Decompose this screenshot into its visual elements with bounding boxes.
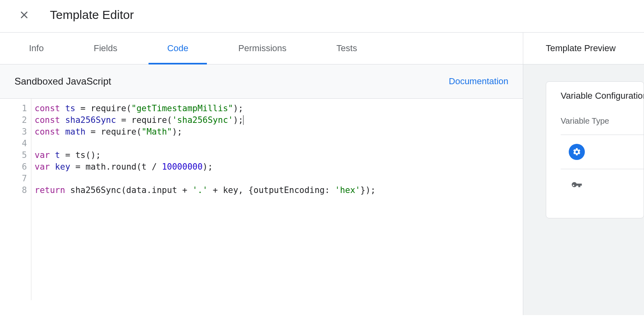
line-number: 1 <box>0 103 27 114</box>
card-title: Variable Configuration <box>561 91 644 101</box>
page-title: Template Editor <box>50 8 134 22</box>
tab-tests[interactable]: Tests <box>336 33 357 64</box>
line-number: 4 <box>0 138 27 149</box>
code-line[interactable] <box>35 173 376 185</box>
line-number: 5 <box>0 149 27 161</box>
credential-row[interactable] <box>561 169 644 203</box>
code-line[interactable]: var key = math.round(t / 10000000); <box>35 161 376 173</box>
gear-badge <box>569 144 585 160</box>
line-number: 3 <box>0 126 27 138</box>
key-icon-wrap <box>569 178 585 194</box>
section-title: Sandboxed JavaScript <box>14 76 111 87</box>
header: Template Editor <box>0 0 644 33</box>
tab-info[interactable]: Info <box>29 33 44 64</box>
gear-icon <box>572 147 581 156</box>
tabs: Info Fields Code Permissions Tests <box>0 33 523 64</box>
tab-code[interactable]: Code <box>167 33 188 64</box>
section-bar: Sandboxed JavaScript Documentation <box>0 64 523 99</box>
variable-type-row[interactable] <box>561 135 644 169</box>
code-line[interactable]: const ts = require("getTimestampMillis")… <box>35 103 376 114</box>
line-number: 8 <box>0 185 27 196</box>
config-card: Variable Configuration Variable Type <box>546 81 644 218</box>
line-gutter: 12345678 <box>0 99 31 300</box>
code-line[interactable] <box>35 138 376 149</box>
code-line[interactable]: const math = require("Math"); <box>35 126 376 138</box>
code-line[interactable]: return sha256Sync(data.input + '.' + key… <box>35 185 376 196</box>
code-editor[interactable]: 12345678 const ts = require("getTimestam… <box>0 99 523 300</box>
close-icon <box>19 9 29 21</box>
preview-body: Variable Configuration Variable Type <box>523 64 644 315</box>
left-panel: Info Fields Code Permissions Tests Sandb… <box>0 33 523 315</box>
tab-fields[interactable]: Fields <box>94 33 118 64</box>
line-number: 7 <box>0 173 27 185</box>
line-number: 6 <box>0 161 27 173</box>
code-content[interactable]: const ts = require("getTimestampMillis")… <box>31 99 376 300</box>
line-number: 2 <box>0 114 27 126</box>
close-button[interactable] <box>19 10 29 20</box>
documentation-link[interactable]: Documentation <box>449 76 508 87</box>
key-icon <box>571 180 583 192</box>
variable-type-label: Variable Type <box>561 116 644 126</box>
right-panel: Template Preview Variable Configuration … <box>523 33 644 315</box>
code-line[interactable]: var t = ts(); <box>35 149 376 161</box>
preview-heading: Template Preview <box>523 33 644 64</box>
text-cursor <box>243 115 244 125</box>
code-line[interactable]: const sha256Sync = require('sha256Sync')… <box>35 114 376 126</box>
tab-permissions[interactable]: Permissions <box>238 33 287 64</box>
